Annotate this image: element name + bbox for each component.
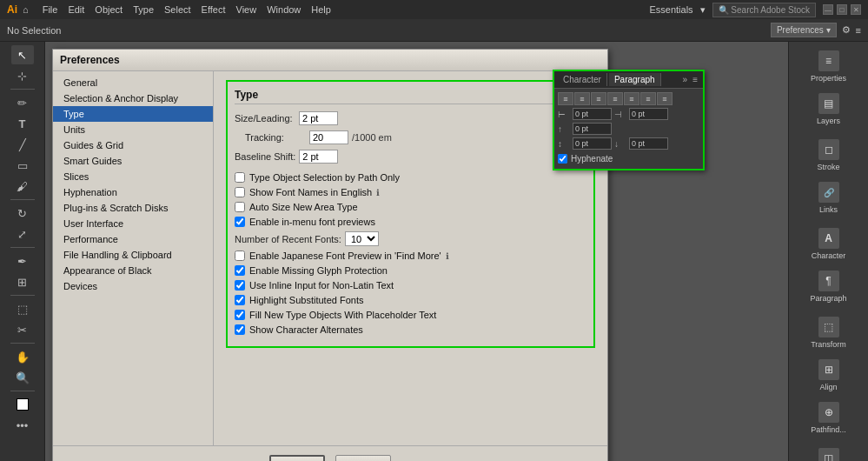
dialog-body: General Selection & Anchor Display Type … (53, 71, 607, 445)
layers-label: Layers (817, 117, 840, 125)
menu-file[interactable]: File (43, 4, 58, 15)
show-font-names-checkbox[interactable] (235, 187, 245, 197)
panel-menu-icon[interactable]: ≡ (691, 73, 699, 86)
nav-item-smart-guides[interactable]: Smart Guides (53, 153, 213, 169)
menu-help[interactable]: Help (311, 4, 331, 15)
fill-color[interactable] (11, 395, 34, 414)
show-char-alt-checkbox[interactable] (235, 324, 245, 335)
recent-fonts-select[interactable]: 10 20 30 (345, 231, 379, 246)
auto-size-checkbox[interactable] (235, 202, 245, 212)
nav-item-plugins[interactable]: Plug-ins & Scratch Disks (53, 200, 213, 216)
paragraph-tab[interactable]: Paragraph (609, 73, 661, 86)
nav-item-slices[interactable]: Slices (53, 169, 213, 184)
menu-select[interactable]: Select (164, 4, 191, 15)
character-panel-btn[interactable]: A Character (789, 223, 868, 265)
align-panel-btn[interactable]: ⊞ Align (789, 354, 868, 397)
align-justify2-btn[interactable]: ≡ (624, 92, 639, 105)
hand-tool[interactable]: ✋ (11, 347, 34, 366)
panel-menu-icon[interactable]: ≡ (856, 25, 861, 36)
home-icon[interactable]: ⌂ (23, 4, 29, 15)
cancel-button[interactable]: Cancel (335, 455, 391, 461)
links-panel-btn[interactable]: 🔗 Links (789, 177, 868, 219)
size-leading-input[interactable] (299, 111, 338, 125)
space-before-input[interactable] (573, 123, 612, 135)
close-button[interactable]: ✕ (851, 4, 861, 15)
enable-inmenu-checkbox[interactable] (235, 217, 245, 227)
nav-item-ui[interactable]: User Interface (53, 216, 213, 231)
transform-panel-btn[interactable]: ⬚ Transform (789, 311, 868, 354)
nav-item-type[interactable]: Type (53, 106, 213, 122)
align-force-btn[interactable]: ≡ (657, 92, 673, 105)
space-after-input[interactable] (629, 137, 668, 150)
search-stock-input[interactable]: 🔍 Search Adobe Stock (712, 3, 816, 17)
highlight-sub-checkbox[interactable] (235, 295, 245, 305)
ok-button[interactable]: OK (269, 455, 325, 461)
nav-item-selection[interactable]: Selection & Anchor Display (53, 90, 213, 106)
rotate-tool[interactable]: ↻ (11, 204, 34, 223)
menu-edit[interactable]: Edit (68, 4, 84, 15)
nav-item-devices[interactable]: Devices (53, 278, 213, 294)
panel-expand-icon[interactable]: » (681, 73, 690, 86)
zoom-tool[interactable]: 🔍 (11, 368, 34, 387)
menu-window[interactable]: Window (267, 4, 301, 15)
character-tab[interactable]: Character (558, 73, 607, 86)
rect-tool[interactable]: ▭ (11, 156, 34, 175)
nav-item-hyphenation[interactable]: Hyphenation (53, 184, 213, 200)
links-label: Links (819, 205, 838, 214)
paintbrush-tool[interactable]: 🖌 (11, 177, 34, 196)
align-justify-btn[interactable]: ≡ (607, 92, 623, 105)
layers-panel-btn[interactable]: ▤ Layers (789, 88, 868, 130)
workspace-dropdown-icon[interactable]: ▾ (700, 4, 706, 16)
pathfinder-panel-btn[interactable]: ⊕ Pathfind... (789, 397, 868, 439)
pen-tool[interactable]: ✏ (11, 93, 34, 112)
canvas-area: Preferences General Selection & Anchor D… (45, 42, 788, 461)
menu-view[interactable]: View (236, 4, 257, 15)
properties-panel-btn[interactable]: ≡ Properties (789, 45, 868, 88)
menu-object[interactable]: Object (95, 4, 123, 15)
nav-item-appearance-black[interactable]: Appearance of Black (53, 263, 213, 278)
japanese-font-checkbox[interactable] (235, 251, 245, 261)
maximize-button[interactable]: □ (837, 4, 847, 15)
nav-item-file-handling[interactable]: File Handling & Clipboard (53, 247, 213, 263)
align-left-btn[interactable]: ≡ (558, 92, 573, 105)
inline-input-checkbox[interactable] (235, 280, 245, 291)
fill-new-checkbox[interactable] (235, 310, 245, 320)
indent-right-input[interactable] (629, 108, 668, 120)
scale-tool[interactable]: ⤢ (11, 224, 34, 244)
paragraph-panel-btn[interactable]: ¶ Paragraph (789, 265, 868, 308)
layers-icon: ▤ (818, 93, 839, 114)
preferences-btn[interactable]: Preferences ▾ (771, 23, 837, 37)
minimize-button[interactable]: — (823, 4, 833, 15)
eyedropper-tool[interactable]: ✒ (11, 251, 34, 271)
nav-item-guides[interactable]: Guides & Grid (53, 137, 213, 153)
nav-item-units[interactable]: Units (53, 122, 213, 137)
show-font-names-label: Show Font Names in English (249, 187, 372, 197)
slice-tool[interactable]: ✂ (11, 320, 34, 339)
hyphenate-checkbox[interactable] (558, 154, 567, 164)
pathfinder-icon: ⊕ (818, 402, 839, 423)
blend-tool[interactable]: ⊞ (11, 272, 34, 291)
toolbar-options-icon[interactable]: ⚙ (842, 24, 851, 36)
align-justify3-btn[interactable]: ≡ (640, 92, 656, 105)
indent-left-input[interactable] (573, 108, 612, 120)
line-tool[interactable]: ╱ (11, 135, 34, 154)
menu-type[interactable]: Type (133, 4, 154, 15)
type-tool[interactable]: T (11, 114, 34, 133)
artboard-tool[interactable]: ⬚ (11, 299, 34, 318)
nav-item-performance[interactable]: Performance (53, 231, 213, 247)
missing-glyph-checkbox[interactable] (235, 265, 245, 276)
stroke-panel-btn[interactable]: ◻ Stroke (789, 134, 868, 177)
more-tools[interactable]: ••• (11, 416, 34, 435)
window-controls: — □ ✕ (823, 4, 861, 15)
tracking-input[interactable] (309, 130, 348, 144)
menu-effect[interactable]: Effect (202, 4, 226, 15)
transparency-panel-btn[interactable]: ◫ Transpar... (789, 443, 868, 461)
nav-item-general[interactable]: General (53, 75, 213, 90)
type-obj-sel-checkbox[interactable] (235, 172, 245, 183)
select-tool[interactable]: ↖ (11, 45, 34, 64)
direct-select-tool[interactable]: ⊹ (11, 66, 34, 85)
baseline-input[interactable] (299, 150, 338, 164)
size-leading-row: Size/Leading: (235, 111, 586, 125)
align-right-btn[interactable]: ≡ (591, 92, 606, 105)
align-center-btn[interactable]: ≡ (574, 92, 590, 105)
